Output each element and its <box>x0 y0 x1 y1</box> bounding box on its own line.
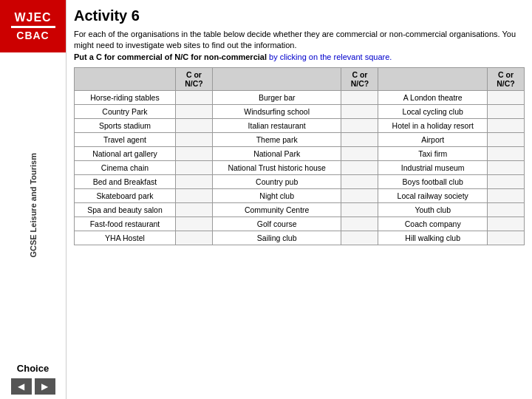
instruction-line2-highlight: by clicking on the relevant square. <box>269 52 392 61</box>
table-row: Country ParkWindsurfing schoolLocal cycl… <box>75 105 525 119</box>
org-cell: Boys football club <box>378 175 488 189</box>
choice-cell[interactable] <box>341 175 378 189</box>
choice-cell[interactable] <box>341 217 378 231</box>
instructions: For each of the organisations in the tab… <box>74 29 525 63</box>
org-cell: Fast-food restaurant <box>75 217 176 231</box>
nav-buttons: ◀ ▶ <box>11 378 55 395</box>
org-cell: Country pub <box>212 175 341 189</box>
table-row: Spa and beauty salonCommunity CentreYout… <box>75 203 525 217</box>
col3-choice-header: C or N/C? <box>488 68 525 91</box>
table-row: Bed and BreakfastCountry pubBoys footbal… <box>75 175 525 189</box>
org-cell: National art gallery <box>75 147 176 161</box>
org-cell: Coach company <box>378 217 488 231</box>
table-body: Horse-riding stablesBurger barA London t… <box>75 91 525 245</box>
org-cell: Burger bar <box>212 91 341 105</box>
org-cell: National Trust historic house <box>212 161 341 175</box>
table-row: Skateboard parkNight clubLocal railway s… <box>75 189 525 203</box>
table-header-row: C or N/C? C or N/C? C or N/C? <box>75 68 525 91</box>
org-cell: Community Centre <box>212 203 341 217</box>
org-cell: Skateboard park <box>75 189 176 203</box>
choice-cell[interactable] <box>341 161 378 175</box>
org-cell: Theme park <box>212 133 341 147</box>
choice-cell[interactable] <box>175 119 212 133</box>
prev-button[interactable]: ◀ <box>11 378 32 395</box>
choice-cell[interactable] <box>175 231 212 245</box>
activity-table: C or N/C? C or N/C? C or N/C? Horse-ridi… <box>74 67 525 245</box>
choice-cell[interactable] <box>341 91 378 105</box>
choice-cell[interactable] <box>488 91 525 105</box>
instruction-line2-plain: Put a C for commercial of N/C for non-co… <box>74 52 267 61</box>
choice-cell[interactable] <box>175 147 212 161</box>
org-cell: Italian restaurant <box>212 119 341 133</box>
col3-header <box>378 68 488 91</box>
page-title: Activity 6 <box>74 7 525 24</box>
choice-cell[interactable] <box>175 161 212 175</box>
org-cell: Windsurfing school <box>212 105 341 119</box>
choice-cell[interactable] <box>488 147 525 161</box>
org-cell: Night club <box>212 189 341 203</box>
main-content: Activity 6 For each of the organisations… <box>66 0 532 399</box>
choice-cell[interactable] <box>175 133 212 147</box>
choice-cell[interactable] <box>175 91 212 105</box>
choice-cell[interactable] <box>341 133 378 147</box>
choice-cell[interactable] <box>488 217 525 231</box>
choice-cell[interactable] <box>488 203 525 217</box>
sidebar-subject-label: GCSE Leisure and Tourism <box>29 52 38 358</box>
org-cell: Hill walking club <box>378 231 488 245</box>
org-cell: Local railway society <box>378 189 488 203</box>
choice-cell[interactable] <box>175 203 212 217</box>
logo-divider <box>11 26 55 28</box>
choice-cell[interactable] <box>488 189 525 203</box>
choice-cell[interactable] <box>488 175 525 189</box>
org-cell: Country Park <box>75 105 176 119</box>
choice-cell[interactable] <box>341 147 378 161</box>
org-cell: Local cycling club <box>378 105 488 119</box>
choice-cell[interactable] <box>488 133 525 147</box>
choice-cell[interactable] <box>341 189 378 203</box>
choice-cell[interactable] <box>341 105 378 119</box>
table-row: Horse-riding stablesBurger barA London t… <box>75 91 525 105</box>
next-button[interactable]: ▶ <box>35 378 55 395</box>
org-cell: Airport <box>378 133 488 147</box>
org-cell: Industrial museum <box>378 161 488 175</box>
choice-cell[interactable] <box>488 161 525 175</box>
org-cell: Cinema chain <box>75 161 176 175</box>
org-cell: Bed and Breakfast <box>75 175 176 189</box>
choice-cell[interactable] <box>175 105 212 119</box>
org-cell: Golf course <box>212 217 341 231</box>
logo-cbac: CBAC <box>16 30 49 41</box>
org-cell: Horse-riding stables <box>75 91 176 105</box>
col1-choice-header: C or N/C? <box>175 68 212 91</box>
choice-cell[interactable] <box>488 231 525 245</box>
table-row: Cinema chainNational Trust historic hous… <box>75 161 525 175</box>
org-cell: A London theatre <box>378 91 488 105</box>
instruction-line1: For each of the organisations in the tab… <box>74 30 516 50</box>
choice-cell[interactable] <box>488 105 525 119</box>
table-row: Sports stadiumItalian restaurantHotel in… <box>75 119 525 133</box>
choice-cell[interactable] <box>175 175 212 189</box>
choice-cell[interactable] <box>341 203 378 217</box>
org-cell: Spa and beauty salon <box>75 203 176 217</box>
table-row: YHA HostelSailing clubHill walking club <box>75 231 525 245</box>
col1-header <box>75 68 176 91</box>
choice-nav-area: Choice ◀ ▶ <box>0 358 66 399</box>
org-cell: National Park <box>212 147 341 161</box>
choice-cell[interactable] <box>488 119 525 133</box>
col2-choice-header: C or N/C? <box>341 68 378 91</box>
choice-cell[interactable] <box>175 189 212 203</box>
org-cell: Hotel in a holiday resort <box>378 119 488 133</box>
logo-wjec: WJEC <box>14 11 51 24</box>
table-row: Travel agentTheme parkAirport <box>75 133 525 147</box>
table-row: Fast-food restaurantGolf courseCoach com… <box>75 217 525 231</box>
org-cell: Sailing club <box>212 231 341 245</box>
choice-label: Choice <box>17 363 49 374</box>
col2-header <box>212 68 341 91</box>
choice-cell[interactable] <box>341 231 378 245</box>
subject-text: GCSE Leisure and Tourism <box>29 153 38 258</box>
org-cell: Taxi firm <box>378 147 488 161</box>
choice-cell[interactable] <box>175 217 212 231</box>
logo-box: WJEC CBAC <box>11 6 55 47</box>
sidebar: WJEC CBAC GCSE Leisure and Tourism Choic… <box>0 0 66 399</box>
choice-cell[interactable] <box>341 119 378 133</box>
table-row: National art galleryNational ParkTaxi fi… <box>75 147 525 161</box>
